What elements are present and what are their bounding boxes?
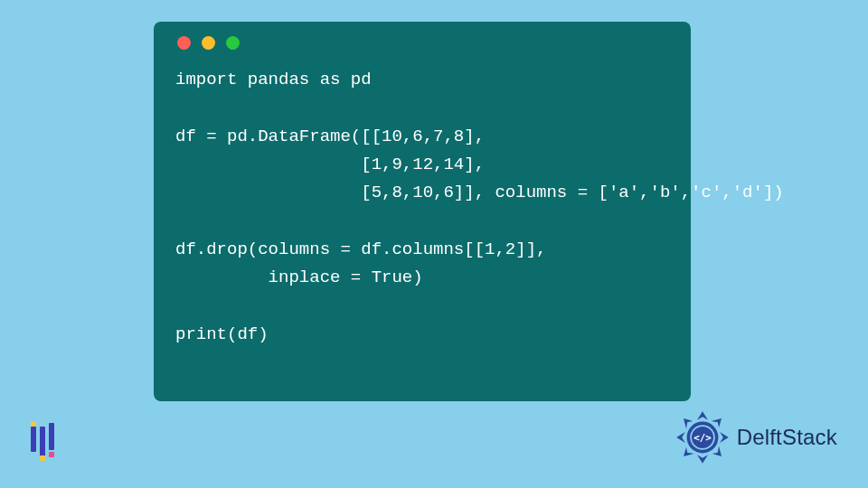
code-line: [1,9,12,14], bbox=[175, 155, 485, 174]
svg-text:</>: </> bbox=[693, 432, 712, 444]
delftstack-logo-icon: </> bbox=[675, 410, 730, 465]
svg-marker-0 bbox=[697, 411, 708, 420]
code-line: print(df) bbox=[175, 324, 269, 344]
minimize-icon bbox=[202, 36, 215, 50]
code-line: [5,8,10,6]], columns = ['a','b','c','d']… bbox=[175, 183, 784, 202]
brand-name: DelftStack bbox=[737, 425, 837, 450]
close-icon bbox=[177, 36, 191, 50]
code-line: inplace = True) bbox=[175, 267, 423, 287]
window-controls bbox=[175, 36, 669, 50]
code-block: import pandas as pd df = pd.DataFrame([[… bbox=[175, 66, 669, 349]
svg-marker-2 bbox=[697, 455, 708, 464]
code-window: import pandas as pd df = pd.DataFrame([[… bbox=[154, 22, 691, 401]
maximize-icon bbox=[226, 36, 240, 50]
svg-marker-1 bbox=[720, 432, 729, 443]
secondary-logo-icon bbox=[31, 421, 69, 459]
code-line: df.drop(columns = df.columns[[1,2]], bbox=[175, 239, 546, 259]
svg-marker-3 bbox=[676, 432, 685, 443]
code-line: import pandas as pd bbox=[175, 70, 372, 89]
brand-logo: </> DelftStack bbox=[675, 410, 837, 465]
code-line: df = pd.DataFrame([[10,6,7,8], bbox=[175, 127, 485, 146]
